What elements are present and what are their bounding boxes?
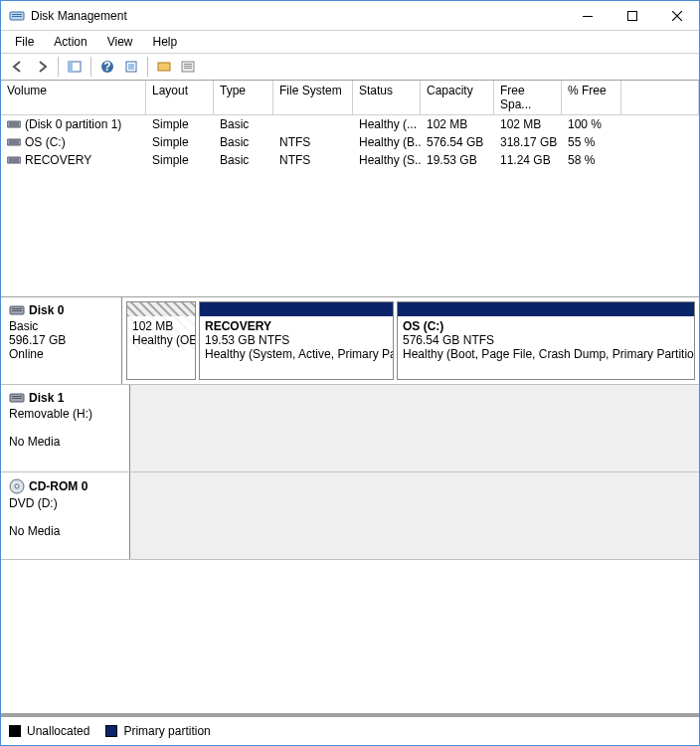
legend-label: Primary partition (123, 724, 210, 738)
cell: Simple (146, 152, 214, 168)
cell: Basic (214, 134, 273, 150)
column-header[interactable]: File System (273, 81, 353, 114)
cell: Healthy (... (353, 116, 421, 132)
cell: Basic (214, 152, 273, 168)
disk-info[interactable]: Disk 1Removable (H:)No Media (1, 385, 130, 471)
window-title: Disk Management (31, 9, 565, 23)
content-area: VolumeLayoutTypeFile SystemStatusCapacit… (1, 81, 699, 745)
column-header[interactable]: % Free (562, 81, 621, 114)
disk-info[interactable]: CD-ROM 0DVD (D:)No Media (1, 472, 130, 559)
cell: Healthy (S... (353, 152, 421, 168)
separator (58, 57, 59, 77)
svg-rect-11 (158, 63, 170, 71)
partition[interactable]: RECOVERY19.53 GB NTFSHealthy (System, Ac… (199, 301, 394, 380)
toolbar: ? (1, 53, 699, 81)
partition-size: 576.54 GB NTFS (403, 333, 689, 347)
disk-type: Removable (H:) (9, 407, 121, 421)
column-header[interactable]: Volume (1, 81, 146, 114)
partition[interactable]: 102 MBHealthy (OEM Pa (126, 301, 196, 380)
svg-rect-21 (9, 143, 19, 144)
cell: 102 MB (494, 116, 562, 132)
svg-rect-24 (9, 161, 19, 162)
svg-rect-6 (69, 62, 73, 72)
svg-rect-16 (7, 121, 21, 127)
svg-point-32 (15, 484, 19, 488)
disk-partitions: 102 MBHealthy (OEM PaRECOVERY19.53 GB NT… (122, 297, 699, 384)
legend-label: Unallocated (27, 724, 89, 738)
volume-row[interactable]: RECOVERYSimpleBasicNTFSHealthy (S...19.5… (1, 151, 699, 169)
volume-list-pane: VolumeLayoutTypeFile SystemStatusCapacit… (1, 81, 699, 297)
volume-icon (7, 119, 21, 129)
disk-status: No Media (9, 435, 121, 449)
partition-status: Healthy (Boot, Page File, Crash Dump, Pr… (403, 347, 689, 361)
svg-rect-22 (7, 157, 21, 163)
disk-info[interactable]: Disk 0Basic596.17 GBOnline (1, 297, 122, 384)
maximize-button[interactable] (610, 1, 654, 30)
legend-swatch (9, 725, 21, 737)
forward-button[interactable] (31, 56, 53, 78)
cell: 11.24 GB (494, 152, 562, 168)
volume-icon (7, 155, 21, 165)
menu-action[interactable]: Action (46, 33, 94, 51)
minimize-button[interactable] (565, 1, 610, 30)
disk-icon (9, 303, 25, 317)
volume-row[interactable]: OS (C:)SimpleBasicNTFSHealthy (B...576.5… (1, 133, 699, 151)
svg-rect-27 (12, 310, 22, 311)
close-button[interactable] (654, 1, 699, 30)
legend-swatch (105, 725, 117, 737)
partition-header (127, 302, 195, 316)
properties-button[interactable] (177, 56, 199, 78)
help-button[interactable]: ? (96, 56, 118, 78)
column-header[interactable]: Type (214, 81, 273, 114)
menu-help[interactable]: Help (145, 33, 186, 51)
menu-file[interactable]: File (7, 33, 42, 51)
partition[interactable]: OS (C:)576.54 GB NTFSHealthy (Boot, Page… (397, 301, 695, 380)
partition-status: Healthy (OEM Pa (132, 333, 190, 347)
settings-button[interactable] (153, 56, 175, 78)
volume-list-body: (Disk 0 partition 1)SimpleBasicHealthy (… (1, 115, 699, 169)
cell (273, 116, 353, 132)
svg-rect-14 (184, 66, 192, 67)
svg-rect-29 (12, 396, 22, 397)
svg-rect-26 (12, 308, 22, 309)
column-header[interactable]: Status (353, 81, 421, 114)
cell: Basic (214, 116, 273, 132)
svg-rect-2 (12, 16, 22, 17)
menubar: FileActionViewHelp (1, 31, 699, 53)
cell: 102 MB (421, 116, 494, 132)
cell: NTFS (273, 152, 353, 168)
column-header[interactable]: Layout (146, 81, 214, 114)
volume-name: (Disk 0 partition 1) (25, 117, 121, 131)
legend-item: Unallocated (9, 724, 89, 738)
svg-rect-1 (12, 14, 22, 15)
back-button[interactable] (7, 56, 29, 78)
svg-rect-4 (627, 11, 636, 20)
separator (90, 57, 91, 77)
cell: Simple (146, 116, 214, 132)
disk-partitions (130, 385, 699, 471)
menu-view[interactable]: View (99, 33, 141, 51)
disk-label: CD-ROM 0 (29, 479, 88, 493)
svg-rect-13 (184, 64, 192, 65)
partition-header (200, 302, 393, 316)
separator (147, 57, 148, 77)
cell: 55 % (562, 134, 621, 150)
disk-block: CD-ROM 0DVD (D:)No Media (1, 472, 699, 560)
disk-label: Disk 0 (29, 303, 64, 317)
show-hide-button[interactable] (64, 56, 86, 78)
column-header[interactable]: Free Spa... (494, 81, 562, 114)
titlebar: Disk Management (1, 1, 699, 31)
disk-status: Online (9, 347, 113, 361)
cell: 576.54 GB (421, 134, 494, 150)
refresh-button[interactable] (120, 56, 142, 78)
disk-block: Disk 1Removable (H:)No Media (1, 385, 699, 472)
disk-size: 596.17 GB (9, 333, 113, 347)
svg-text:?: ? (103, 60, 110, 74)
cell: 58 % (562, 152, 621, 168)
svg-rect-20 (9, 141, 19, 142)
disk-graphic-pane: Disk 0Basic596.17 GBOnline102 MBHealthy … (1, 297, 699, 717)
volume-row[interactable]: (Disk 0 partition 1)SimpleBasicHealthy (… (1, 115, 699, 133)
svg-rect-18 (9, 125, 19, 126)
partition-status: Healthy (System, Active, Primary Partiti… (205, 347, 388, 361)
column-header[interactable]: Capacity (421, 81, 494, 114)
